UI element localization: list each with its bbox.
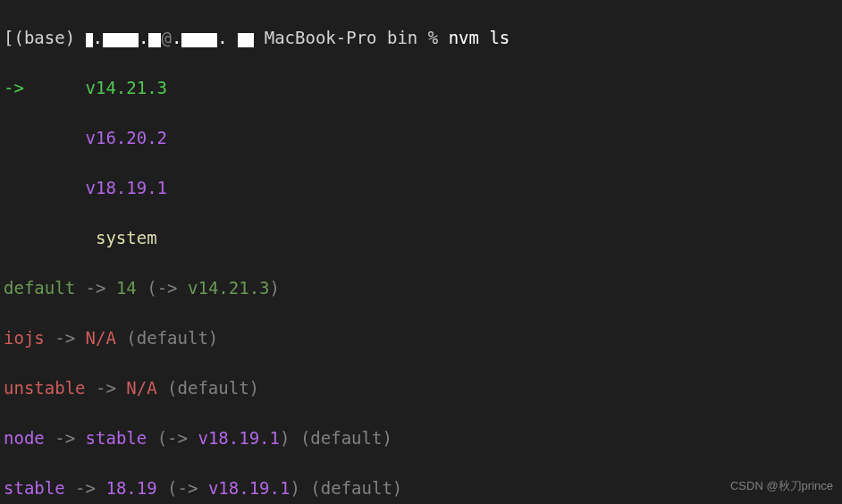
- arrow-icon: ->: [157, 278, 178, 298]
- alias-resolved: v14.21.3: [188, 278, 270, 298]
- nvm-installed-line: v18.19.1: [4, 175, 838, 200]
- alias-unstable-line: unstable -> N/A (default): [4, 375, 838, 400]
- host-path: MacBook-Pro bin %: [265, 28, 438, 47]
- current-version: v14.21.3: [86, 78, 168, 97]
- conda-env: (base): [13, 28, 75, 47]
- alias-extra: (default): [310, 478, 402, 498]
- terminal-output: [(base) ..@.. MacBook-Pro bin % nvm ls -…: [0, 0, 842, 504]
- alias-target: N/A: [126, 378, 156, 398]
- arrow-icon: ->: [167, 428, 188, 448]
- alias-iojs-line: iojs -> N/A (default): [4, 325, 838, 350]
- nvm-installed-line: v16.20.2: [4, 125, 838, 150]
- alias-resolved: v18.19.1: [198, 428, 280, 448]
- installed-version: v18.19.1: [86, 178, 168, 197]
- installed-version: v16.20.2: [86, 128, 168, 147]
- arrow-icon: ->: [55, 428, 75, 448]
- alias-target: N/A: [86, 328, 116, 348]
- command-text: nvm ls: [449, 28, 510, 47]
- alias-name: stable: [4, 478, 65, 498]
- alias-extra: (default): [300, 428, 392, 448]
- alias-resolved: v18.19.1: [208, 478, 290, 498]
- watermark-text: CSDN @秋刀prince: [730, 474, 833, 499]
- alias-target: 18.19: [105, 478, 156, 498]
- alias-name: iojs: [4, 328, 45, 348]
- alias-name: node: [4, 428, 45, 448]
- alias-extra: (default): [167, 378, 259, 398]
- alias-node-line: node -> stable (-> v18.19.1) (default): [4, 425, 838, 450]
- arrow-icon: ->: [96, 378, 116, 398]
- alias-name: unstable: [4, 378, 86, 398]
- alias-extra: (default): [126, 328, 218, 348]
- arrow-icon: ->: [75, 478, 96, 498]
- alias-target: 14: [116, 278, 137, 298]
- nvm-system-line: system: [4, 225, 838, 250]
- nvm-current-line: -> v14.21.3: [4, 75, 838, 100]
- alias-default-line: default -> 14 (-> v14.21.3): [4, 275, 838, 300]
- alias-target: stable: [86, 428, 147, 448]
- current-arrow-icon: ->: [4, 78, 24, 97]
- alias-name: default: [4, 278, 75, 298]
- alias-stable-line: stable -> 18.19 (-> v18.19.1) (default): [4, 475, 838, 500]
- arrow-icon: ->: [178, 478, 198, 498]
- system-label: system: [96, 228, 157, 248]
- arrow-icon: ->: [55, 328, 75, 348]
- prompt-line[interactable]: [(base) ..@.. MacBook-Pro bin % nvm ls: [4, 25, 838, 50]
- arrow-icon: ->: [86, 278, 106, 298]
